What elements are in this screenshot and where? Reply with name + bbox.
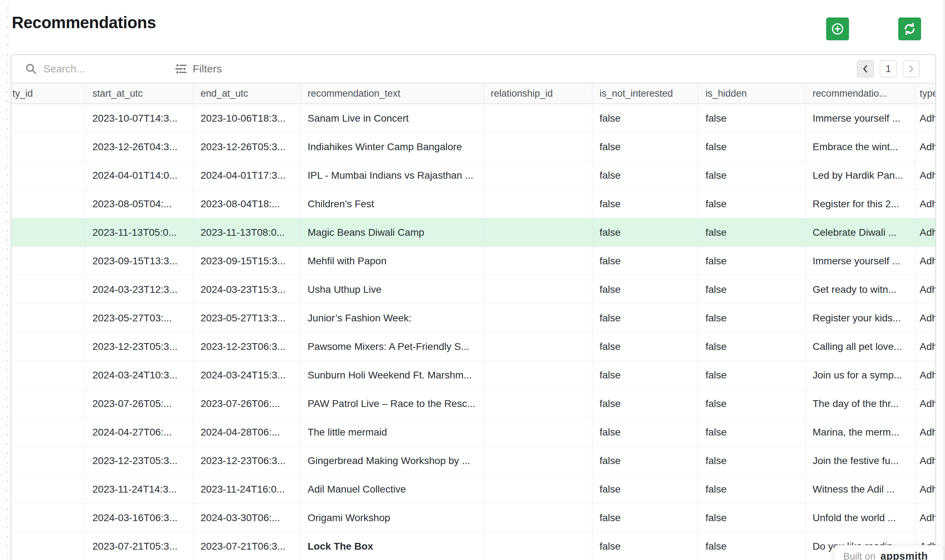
filters-label: Filters [193, 63, 222, 75]
table-row[interactable]: 2024-03-16T06:3...2024-03-30T06:...Origa… [11, 504, 935, 532]
canvas-left-gutter [0, 0, 11, 560]
cell-ty_id [11, 475, 85, 503]
pagination-prev-button[interactable] [857, 60, 874, 77]
cell-relationship_id [484, 161, 592, 189]
cell-recommendatio: Witness the Adil ... [805, 475, 916, 503]
cell-end_at_utc: 2023-09-15T15:3... [193, 247, 301, 275]
table-row[interactable]: 2023-10-07T14:3...2023-10-06T18:3...Sana… [11, 104, 935, 133]
cell-end_at_utc: 2023-05-27T13:3... [193, 304, 301, 332]
filters-button[interactable]: Filters [175, 63, 222, 75]
cell-is_hidden: false [698, 475, 805, 503]
column-header-type[interactable]: type [916, 83, 936, 103]
column-header-recommendatio[interactable]: recommendatio... [805, 83, 916, 103]
cell-recommendatio: Immerse yourself ... [805, 104, 916, 132]
cell-start_at_utc: 2024-04-01T14:0... [85, 161, 193, 189]
cell-recommendatio: Unfold the world ... [805, 504, 916, 532]
cell-recommendation_text: Pawsome Mixers: A Pet-Friendly S... [301, 332, 484, 361]
cell-is_hidden: false [698, 104, 805, 132]
cell-is_hidden: false [698, 304, 805, 332]
table-row[interactable]: 2024-03-24T10:3...2024-03-24T15:3...Sunb… [11, 361, 935, 389]
cell-recommendation_text: Lock The Box [301, 532, 484, 560]
cell-is_hidden: false [698, 332, 805, 361]
search-input[interactable] [43, 63, 151, 75]
cell-type: Adh [916, 475, 936, 503]
cell-recommendatio: Embrace the wint... [805, 133, 916, 161]
cell-is_not_interested: false [592, 133, 698, 161]
cell-recommendation_text: PAW Patrol Live – Race to the Resc... [301, 389, 484, 418]
cell-type: Adh [916, 133, 936, 161]
cell-recommendatio: Calling all pet love... [805, 332, 916, 361]
table-row[interactable]: 2023-07-21T05:3...2023-07-21T06:3...Lock… [11, 532, 935, 560]
cell-type: Adh [916, 247, 936, 275]
pagination-next-button[interactable] [903, 60, 920, 77]
table-row[interactable]: 2023-09-15T13:3...2023-09-15T15:3...Mehf… [11, 247, 935, 275]
cell-type: Adh [916, 389, 936, 418]
appsmith-badge[interactable]: Built on appsmith_ [833, 545, 944, 560]
page-number-input[interactable] [880, 60, 897, 77]
cell-ty_id [11, 247, 85, 275]
cell-ty_id [11, 332, 85, 361]
cell-ty_id [11, 304, 85, 332]
cell-relationship_id [484, 190, 592, 218]
column-header-relationship_id[interactable]: relationship_id [484, 83, 592, 103]
column-header-is_hidden[interactable]: is_hidden [698, 83, 805, 103]
cell-is_not_interested: false [592, 532, 698, 560]
filter-icon [175, 63, 187, 75]
cell-is_hidden: false [698, 133, 805, 161]
cell-start_at_utc: 2023-09-15T13:3... [85, 247, 193, 275]
column-header-recommendation_text[interactable]: recommendation_text [301, 83, 484, 103]
column-header-end_at_utc[interactable]: end_at_utc [193, 83, 301, 103]
cell-is_hidden: false [698, 389, 805, 418]
page-title: Recommendations [12, 13, 156, 32]
cell-relationship_id [484, 389, 592, 418]
table-row[interactable]: 2024-04-27T06:...2024-04-28T06:...The li… [11, 418, 935, 446]
column-header-is_not_interested[interactable]: is_not_interested [592, 83, 698, 103]
cell-recommendation_text: Junior’s Fashion Week: [301, 304, 484, 332]
cell-type: Adh [916, 104, 936, 132]
cell-is_hidden: false [698, 504, 805, 532]
recommendations-table-widget: Filters ty_idstart_at_utcend_at_utcre [11, 54, 936, 560]
table-row[interactable]: 2023-12-26T04:3...2023-12-26T05:3...Indi… [11, 133, 935, 161]
cell-recommendation_text: Sanam Live in Concert [301, 104, 484, 132]
table-row[interactable]: 2023-07-26T05:...2023-07-26T06:...PAW Pa… [11, 389, 935, 418]
column-header-start_at_utc[interactable]: start_at_utc [85, 83, 193, 103]
table-row[interactable]: 2023-12-23T05:3...2023-12-23T06:3...Ging… [11, 446, 935, 475]
cell-end_at_utc: 2024-04-01T17:3... [193, 161, 301, 189]
table-row[interactable]: 2023-12-23T05:3...2023-12-23T06:3...Paws… [11, 332, 935, 361]
cell-type: Adh [916, 190, 936, 218]
table-row[interactable]: 2023-08-05T04:...2023-08-04T18:...Childr… [11, 190, 935, 218]
table-row[interactable]: 2023-11-24T14:3...2023-11-24T16:0...Adil… [11, 475, 935, 504]
table-row[interactable]: 2024-03-23T12:3...2024-03-23T15:3...Usha… [11, 275, 935, 304]
column-header-ty_id[interactable]: ty_id [11, 83, 85, 103]
plus-circle-icon [831, 22, 845, 36]
cell-type: Adh [916, 504, 936, 532]
cell-relationship_id [484, 475, 592, 503]
cell-is_not_interested: false [592, 104, 698, 132]
cell-relationship_id [484, 275, 592, 303]
cell-is_not_interested: false [592, 418, 698, 446]
cell-end_at_utc: 2023-11-24T16:0... [193, 475, 301, 503]
cell-recommendation_text: IPL - Mumbai Indians vs Rajasthan ... [301, 161, 484, 189]
refresh-button[interactable] [898, 17, 921, 40]
add-button[interactable] [826, 17, 849, 40]
cell-ty_id [11, 504, 85, 532]
cell-is_hidden: false [698, 418, 805, 446]
cell-recommendatio: Register your kids... [805, 304, 916, 332]
cell-is_not_interested: false [592, 275, 698, 303]
cell-start_at_utc: 2024-03-23T12:3... [85, 275, 193, 303]
cell-start_at_utc: 2024-03-16T06:3... [85, 504, 193, 532]
cell-ty_id [11, 190, 85, 218]
cell-type: Adh [916, 332, 936, 361]
cell-ty_id [11, 418, 85, 446]
cell-recommendation_text: Mehfil with Papon [301, 247, 484, 275]
cell-type: Adh [916, 218, 936, 246]
cell-is_not_interested: false [592, 475, 698, 503]
cell-end_at_utc: 2023-07-26T06:... [193, 389, 301, 418]
table-row[interactable]: 2023-05-27T03:...2023-05-27T13:3...Junio… [11, 304, 935, 332]
table-row[interactable]: 2024-04-01T14:0...2024-04-01T17:3...IPL … [11, 161, 935, 190]
table-row[interactable]: 2023-11-13T05:0...2023-11-13T08:0...Magi… [11, 218, 935, 247]
cell-is_hidden: false [698, 532, 805, 560]
table-search [25, 63, 151, 75]
cell-ty_id [11, 104, 85, 132]
cell-end_at_utc: 2023-12-23T06:3... [193, 446, 301, 475]
